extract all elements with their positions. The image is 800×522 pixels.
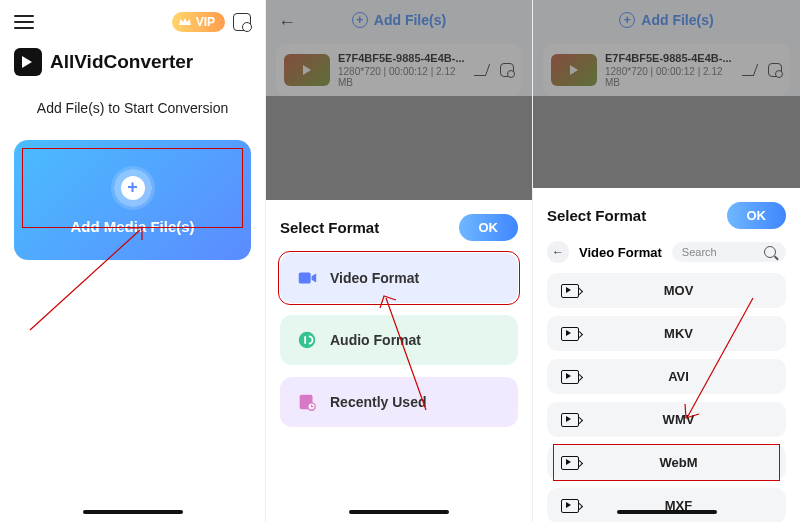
option-audio-format[interactable]: Audio Format <box>280 315 518 365</box>
format-subheader: ← Video Format Search <box>547 241 786 263</box>
home-indicator <box>349 510 449 514</box>
recent-icon <box>296 391 318 413</box>
format-sheet: Select Format OK ← Video Format Search M… <box>533 188 800 522</box>
format-item-mkv[interactable]: MKV <box>547 316 786 351</box>
ok-button[interactable]: OK <box>459 214 519 241</box>
app-logo-icon <box>14 48 42 76</box>
page-subtitle: Add File(s) to Start Conversion <box>0 100 265 116</box>
format-item-mxf[interactable]: MXF <box>547 488 786 522</box>
sheet-header: Select Format OK <box>547 202 786 229</box>
ok-button[interactable]: OK <box>727 202 787 229</box>
format-item-mov[interactable]: MOV <box>547 273 786 308</box>
menu-icon[interactable] <box>14 15 34 29</box>
add-card-wrap: + Add Media File(s) <box>0 126 265 274</box>
format-sheet: Select Format OK Video Format Audio Form… <box>266 200 532 522</box>
annotation-highlight <box>553 444 780 481</box>
top-right-controls: VIP <box>172 12 251 32</box>
search-input[interactable]: Search <box>672 242 786 262</box>
annotation-highlight <box>22 148 243 228</box>
format-label: WMV <box>585 412 772 427</box>
format-label: AVI <box>585 369 772 384</box>
video-file-icon <box>561 413 579 427</box>
format-list: MOVMKVAVIWMVWebMMXF <box>547 273 786 522</box>
panel-home: VIP AllVidConverter Add File(s) to Start… <box>0 0 266 522</box>
format-item-wmv[interactable]: WMV <box>547 402 786 437</box>
panel-video-format-list: + Add File(s) E7F4BF5E-9885-4E4B-... 128… <box>533 0 800 522</box>
app-name: AllVidConverter <box>50 51 193 73</box>
audio-format-icon <box>296 329 318 351</box>
video-file-icon <box>561 284 579 298</box>
home-indicator <box>83 510 183 514</box>
vip-badge[interactable]: VIP <box>172 12 225 32</box>
search-placeholder: Search <box>682 246 717 258</box>
sheet-title: Select Format <box>547 207 646 224</box>
top-bar: VIP <box>0 0 265 38</box>
video-file-icon <box>561 370 579 384</box>
format-item-avi[interactable]: AVI <box>547 359 786 394</box>
vip-label: VIP <box>196 15 215 29</box>
option-recently-used[interactable]: Recently Used <box>280 377 518 427</box>
video-file-icon <box>561 327 579 341</box>
crown-icon <box>178 16 192 28</box>
sheet-title: Select Format <box>280 219 379 236</box>
brand-row: AllVidConverter <box>0 38 265 80</box>
background-dimmed: ← + Add File(s) E7F4BF5E-9885-4E4B-... 1… <box>266 0 532 200</box>
option-recent-label: Recently Used <box>330 394 426 410</box>
panel-select-format: ← + Add File(s) E7F4BF5E-9885-4E4B-... 1… <box>266 0 533 522</box>
background-dimmed: + Add File(s) E7F4BF5E-9885-4E4B-... 128… <box>533 0 800 188</box>
annotation-highlight <box>278 251 520 305</box>
back-button[interactable]: ← <box>547 241 569 263</box>
format-category-title: Video Format <box>579 245 662 260</box>
option-audio-label: Audio Format <box>330 332 421 348</box>
format-label: MOV <box>585 283 772 298</box>
video-file-icon <box>561 499 579 513</box>
format-item-webm[interactable]: WebM <box>547 445 786 480</box>
search-icon <box>764 246 776 258</box>
option-video-format[interactable]: Video Format <box>280 253 518 303</box>
home-indicator <box>617 510 717 514</box>
format-label: MKV <box>585 326 772 341</box>
add-media-card[interactable]: + Add Media File(s) <box>14 140 251 260</box>
sheet-header: Select Format OK <box>280 214 518 241</box>
settings-icon[interactable] <box>233 13 251 31</box>
